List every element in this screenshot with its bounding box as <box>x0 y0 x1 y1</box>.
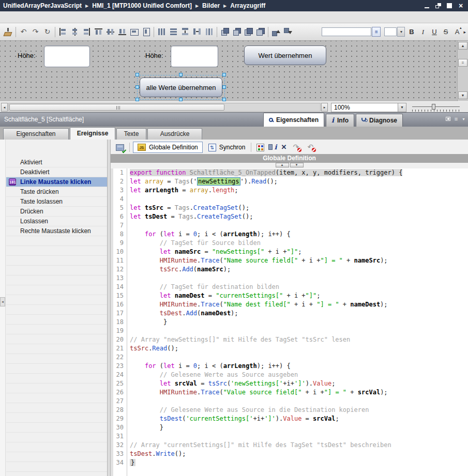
code-line[interactable]: 22 <box>111 353 468 362</box>
move-layer-up-icon[interactable] <box>270 26 281 37</box>
collapse-sidebar-icon[interactable]: ◂ <box>0 297 5 306</box>
hoehe-input-2[interactable] <box>171 45 218 67</box>
subtab-eigenschaften[interactable]: Eigenschaften <box>3 128 69 140</box>
close-button[interactable]: × <box>455 1 466 10</box>
selection-handle[interactable] <box>179 98 183 101</box>
subtab-texte[interactable]: Texte <box>116 128 146 140</box>
alle-werte-uebernehmen-button[interactable]: alle Werte übernehmen <box>140 78 222 97</box>
equal-spacing-icon[interactable] <box>204 26 215 37</box>
distribute-vertical-icon[interactable] <box>168 26 179 37</box>
event-item-loslassen[interactable]: Loslassen <box>6 217 107 226</box>
toolbar-overflow-icon[interactable]: ▸ <box>463 29 466 35</box>
canvas-vertical-scrollbar[interactable]: ▲ ≡ ▼ <box>457 41 468 101</box>
panel-list-icon[interactable]: ≡ <box>455 116 458 121</box>
space-vertical-icon[interactable] <box>180 26 191 37</box>
selection-handle[interactable] <box>179 73 183 76</box>
subtab-ausdruecke[interactable]: Ausdrücke <box>147 128 202 140</box>
code-line[interactable]: 34} <box>111 458 468 467</box>
code-line[interactable]: 33tsDest.Write(); <box>111 450 468 458</box>
space-horizontal-icon[interactable] <box>192 26 203 37</box>
rotate-right-icon[interactable]: ↷ <box>30 26 41 37</box>
event-item-rechte-maustaste-klicken[interactable]: Rechte Maustaste klicken <box>6 226 107 236</box>
chevron-down-icon[interactable]: ▼ <box>397 27 405 37</box>
snippets-icon[interactable] <box>256 144 264 151</box>
bring-to-front-icon[interactable] <box>243 26 254 37</box>
breadcrumb-item[interactable]: Bilder <box>202 2 220 9</box>
strikethrough-button[interactable]: S <box>441 27 450 37</box>
event-item-deaktiviert[interactable]: Deaktiviert <box>6 167 107 177</box>
restore-button[interactable] <box>432 1 444 10</box>
zoom-slider[interactable] <box>412 103 460 112</box>
code-line[interactable]: 14 // TagSet für destination bilden <box>111 283 468 291</box>
parameter-info-icon[interactable] <box>268 143 277 151</box>
code-line[interactable]: 28 // Gelesene Werte aus Source in die D… <box>111 406 468 414</box>
selection-handle[interactable] <box>135 85 139 89</box>
synchron-button[interactable]: Synchron <box>206 142 248 153</box>
code-line[interactable]: 5let tsSrc = Tags.CreateTagSet(); <box>111 204 468 212</box>
undo-disabled-icon[interactable]: ↶ <box>305 143 315 152</box>
redo-disabled-icon[interactable]: ↷ <box>291 143 301 152</box>
send-backward-icon[interactable] <box>231 26 242 37</box>
selection-handle[interactable] <box>135 73 139 76</box>
code-line[interactable]: 11 HMIRuntime.Trace("Name source field["… <box>111 256 468 265</box>
code-line[interactable]: 6let tsDest = Tags.CreateTagSet(); <box>111 212 468 221</box>
hoehe-label-2[interactable]: Höhe: <box>145 52 163 59</box>
align-right-icon[interactable] <box>81 26 92 37</box>
scroll-up-icon[interactable]: ▲ <box>458 42 467 50</box>
bring-forward-icon[interactable] <box>219 26 230 37</box>
hoehe-input-1[interactable] <box>44 45 90 67</box>
canvas-horizontal-scrollbar[interactable] <box>8 103 321 112</box>
minimize-button[interactable] <box>421 1 432 10</box>
rotate-free-icon[interactable]: ↻ <box>42 26 53 37</box>
scroll-right-icon[interactable]: ▸ <box>321 103 328 112</box>
event-item-linke-maustaste-klicken[interactable]: Linke Maustaste klicken <box>6 177 107 187</box>
equal-height-icon[interactable] <box>141 26 152 37</box>
tab-info[interactable]: i Info <box>326 114 354 127</box>
scroll-left-icon[interactable]: ◂ <box>1 103 8 112</box>
collapse-panel-icon[interactable]: ▼ <box>462 117 465 121</box>
code-line[interactable]: 27 <box>111 397 468 406</box>
breadcrumb-item[interactable]: Arrayzugriff <box>230 2 265 9</box>
code-line[interactable]: 23 for (let i = 0; i < (arrLength); i++)… <box>111 362 468 371</box>
selection-handle[interactable] <box>222 85 226 89</box>
code-line[interactable]: 31 <box>111 432 468 441</box>
code-line[interactable]: 4 <box>111 195 468 204</box>
code-line[interactable]: 16 HMIRuntime.Trace("Name dest filed[" +… <box>111 300 468 309</box>
tab-eigenschaften[interactable]: Eigenschaften <box>263 113 324 127</box>
layer-combo[interactable]: ▼ <box>384 27 405 37</box>
code-line[interactable]: 12 tsSrc.Add(nameSrc); <box>111 265 468 274</box>
code-line[interactable]: 21tsSrc.Read(); <box>111 344 468 353</box>
code-line[interactable]: 30 } <box>111 423 468 432</box>
code-line[interactable]: 20// Array "newSettings[]" mit Hilfe des… <box>111 335 468 344</box>
align-center-icon[interactable] <box>69 26 80 37</box>
send-to-back-icon[interactable] <box>255 26 266 37</box>
breadcrumb-item[interactable]: HMI_1 [MTP1000 Unified Comfort] <box>92 2 192 9</box>
event-item-taste-dr-cken[interactable]: Taste drücken <box>6 187 107 197</box>
breadcrumb-item[interactable]: UnifiedArrayPerJavaScript <box>3 2 82 9</box>
code-area[interactable]: 1export function Schaltfläche_5_OnTapped… <box>111 168 468 476</box>
slider-thumb[interactable] <box>432 104 435 110</box>
selection-handle[interactable] <box>222 98 226 101</box>
align-middle-icon[interactable] <box>105 26 116 37</box>
code-line[interactable]: 18 } <box>111 318 468 327</box>
bold-button[interactable]: B <box>406 27 416 37</box>
code-line[interactable]: 26 HMIRuntime.Trace("Value source field[… <box>111 388 468 397</box>
hoehe-label-1[interactable]: Höhe: <box>18 52 36 59</box>
chevron-down-icon[interactable]: ▼ <box>398 103 406 112</box>
float-panel-icon[interactable] <box>446 117 450 121</box>
move-layer-down-icon[interactable] <box>282 26 293 37</box>
code-line[interactable]: 25 let srcVal = tsSrc('newSettings['+i+'… <box>111 379 468 388</box>
distribute-horizontal-icon[interactable] <box>156 26 167 37</box>
scroll-down-icon[interactable]: ▼ <box>458 91 467 99</box>
code-line[interactable]: 13 <box>111 274 468 283</box>
rotate-left-icon[interactable]: ↶ <box>18 26 29 37</box>
tab-diagnose[interactable]: Diagnose <box>356 114 403 127</box>
delete-icon[interactable]: ✕ <box>281 143 286 151</box>
global-definition-button[interactable]: Globale Definition <box>133 142 203 153</box>
align-bottom-icon[interactable] <box>117 26 128 37</box>
zoom-select[interactable]: 100% ▼ <box>331 103 406 112</box>
equal-width-icon[interactable] <box>129 26 140 37</box>
code-line[interactable]: 2let array = Tags('newSettings').Read(); <box>111 177 468 186</box>
code-line[interactable]: 8 for (let i = 0; i < (arrLength); i++) … <box>111 230 468 239</box>
event-item-aktiviert[interactable]: Aktiviert <box>6 158 107 167</box>
